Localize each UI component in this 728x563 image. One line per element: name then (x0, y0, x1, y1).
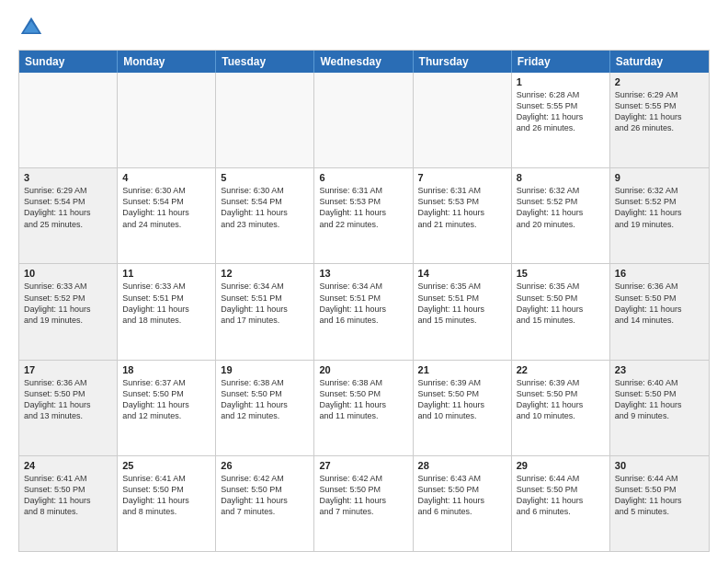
calendar-cell: 2Sunrise: 6:29 AM Sunset: 5:55 PM Daylig… (610, 73, 709, 167)
day-info: Sunrise: 6:34 AM Sunset: 5:51 PM Dayligh… (221, 281, 309, 326)
day-number: 2 (615, 76, 704, 87)
calendar-cell: 12Sunrise: 6:34 AM Sunset: 5:51 PM Dayli… (216, 264, 314, 359)
day-number: 18 (122, 364, 210, 375)
calendar-cell (118, 73, 216, 167)
day-info: Sunrise: 6:30 AM Sunset: 5:54 PM Dayligh… (122, 185, 210, 230)
day-number: 21 (418, 364, 506, 375)
calendar-cell: 20Sunrise: 6:38 AM Sunset: 5:50 PM Dayli… (314, 361, 413, 455)
calendar-row: 3Sunrise: 6:29 AM Sunset: 5:54 PM Daylig… (19, 167, 709, 263)
weekday-header: Friday (512, 51, 610, 73)
day-info: Sunrise: 6:38 AM Sunset: 5:50 PM Dayligh… (319, 377, 407, 422)
day-info: Sunrise: 6:41 AM Sunset: 5:50 PM Dayligh… (122, 473, 210, 518)
day-number: 4 (122, 172, 210, 183)
calendar-cell: 14Sunrise: 6:35 AM Sunset: 5:51 PM Dayli… (414, 264, 512, 359)
calendar-cell: 29Sunrise: 6:44 AM Sunset: 5:50 PM Dayli… (512, 456, 610, 551)
logo-icon (18, 15, 44, 40)
day-number: 10 (24, 268, 112, 279)
day-info: Sunrise: 6:40 AM Sunset: 5:50 PM Dayligh… (615, 377, 704, 422)
calendar-cell: 13Sunrise: 6:34 AM Sunset: 5:51 PM Dayli… (314, 264, 413, 359)
day-number: 16 (615, 268, 704, 279)
calendar-cell: 23Sunrise: 6:40 AM Sunset: 5:50 PM Dayli… (610, 361, 709, 455)
day-info: Sunrise: 6:41 AM Sunset: 5:50 PM Dayligh… (24, 473, 112, 518)
calendar-cell: 21Sunrise: 6:39 AM Sunset: 5:50 PM Dayli… (414, 361, 512, 455)
calendar-cell: 26Sunrise: 6:42 AM Sunset: 5:50 PM Dayli… (216, 456, 314, 551)
weekday-header: Tuesday (216, 51, 314, 73)
day-number: 29 (517, 460, 605, 471)
calendar-cell: 8Sunrise: 6:32 AM Sunset: 5:52 PM Daylig… (512, 168, 610, 263)
weekday-header: Monday (118, 51, 216, 73)
day-number: 28 (418, 460, 506, 471)
header (18, 15, 710, 40)
day-number: 9 (615, 172, 704, 183)
day-info: Sunrise: 6:37 AM Sunset: 5:50 PM Dayligh… (122, 377, 210, 422)
calendar-cell: 28Sunrise: 6:43 AM Sunset: 5:50 PM Dayli… (414, 456, 512, 551)
weekday-header: Saturday (610, 51, 709, 73)
day-info: Sunrise: 6:35 AM Sunset: 5:50 PM Dayligh… (517, 281, 605, 326)
calendar-cell: 25Sunrise: 6:41 AM Sunset: 5:50 PM Dayli… (118, 456, 216, 551)
calendar-cell: 22Sunrise: 6:39 AM Sunset: 5:50 PM Dayli… (512, 361, 610, 455)
calendar: SundayMondayTuesdayWednesdayThursdayFrid… (18, 50, 710, 552)
calendar-cell: 9Sunrise: 6:32 AM Sunset: 5:52 PM Daylig… (610, 168, 709, 263)
day-info: Sunrise: 6:43 AM Sunset: 5:50 PM Dayligh… (418, 473, 506, 518)
day-number: 27 (319, 460, 407, 471)
day-number: 14 (418, 268, 506, 279)
calendar-header: SundayMondayTuesdayWednesdayThursdayFrid… (19, 51, 709, 73)
day-info: Sunrise: 6:34 AM Sunset: 5:51 PM Dayligh… (319, 281, 407, 326)
calendar-cell: 1Sunrise: 6:28 AM Sunset: 5:55 PM Daylig… (512, 73, 610, 167)
day-info: Sunrise: 6:39 AM Sunset: 5:50 PM Dayligh… (418, 377, 506, 422)
calendar-cell: 27Sunrise: 6:42 AM Sunset: 5:50 PM Dayli… (314, 456, 413, 551)
calendar-cell: 10Sunrise: 6:33 AM Sunset: 5:52 PM Dayli… (19, 264, 118, 359)
calendar-cell: 5Sunrise: 6:30 AM Sunset: 5:54 PM Daylig… (216, 168, 314, 263)
day-number: 19 (221, 364, 309, 375)
calendar-cell: 16Sunrise: 6:36 AM Sunset: 5:50 PM Dayli… (610, 264, 709, 359)
calendar-cell: 11Sunrise: 6:33 AM Sunset: 5:51 PM Dayli… (118, 264, 216, 359)
calendar-cell (314, 73, 413, 167)
day-info: Sunrise: 6:42 AM Sunset: 5:50 PM Dayligh… (319, 473, 407, 518)
day-number: 17 (24, 364, 112, 375)
day-number: 13 (319, 268, 407, 279)
calendar-cell: 18Sunrise: 6:37 AM Sunset: 5:50 PM Dayli… (118, 361, 216, 455)
day-info: Sunrise: 6:36 AM Sunset: 5:50 PM Dayligh… (24, 377, 112, 422)
day-info: Sunrise: 6:35 AM Sunset: 5:51 PM Dayligh… (418, 281, 506, 326)
page: SundayMondayTuesdayWednesdayThursdayFrid… (0, 0, 728, 563)
day-info: Sunrise: 6:44 AM Sunset: 5:50 PM Dayligh… (615, 473, 704, 518)
weekday-header: Thursday (414, 51, 512, 73)
day-info: Sunrise: 6:44 AM Sunset: 5:50 PM Dayligh… (517, 473, 605, 518)
calendar-row: 1Sunrise: 6:28 AM Sunset: 5:55 PM Daylig… (19, 73, 709, 167)
day-info: Sunrise: 6:30 AM Sunset: 5:54 PM Dayligh… (221, 185, 309, 230)
day-info: Sunrise: 6:38 AM Sunset: 5:50 PM Dayligh… (221, 377, 309, 422)
day-number: 12 (221, 268, 309, 279)
day-info: Sunrise: 6:29 AM Sunset: 5:55 PM Dayligh… (615, 89, 704, 134)
day-number: 22 (517, 364, 605, 375)
day-number: 3 (24, 172, 112, 183)
calendar-cell: 4Sunrise: 6:30 AM Sunset: 5:54 PM Daylig… (118, 168, 216, 263)
calendar-row: 10Sunrise: 6:33 AM Sunset: 5:52 PM Dayli… (19, 263, 709, 359)
day-info: Sunrise: 6:32 AM Sunset: 5:52 PM Dayligh… (615, 185, 704, 230)
day-number: 23 (615, 364, 704, 375)
day-number: 20 (319, 364, 407, 375)
calendar-row: 24Sunrise: 6:41 AM Sunset: 5:50 PM Dayli… (19, 455, 709, 551)
calendar-cell (19, 73, 118, 167)
day-info: Sunrise: 6:36 AM Sunset: 5:50 PM Dayligh… (615, 281, 704, 326)
day-info: Sunrise: 6:33 AM Sunset: 5:52 PM Dayligh… (24, 281, 112, 326)
day-number: 5 (221, 172, 309, 183)
weekday-header: Sunday (19, 51, 118, 73)
calendar-cell: 19Sunrise: 6:38 AM Sunset: 5:50 PM Dayli… (216, 361, 314, 455)
day-number: 11 (122, 268, 210, 279)
day-number: 25 (122, 460, 210, 471)
day-number: 26 (221, 460, 309, 471)
day-info: Sunrise: 6:32 AM Sunset: 5:52 PM Dayligh… (517, 185, 605, 230)
calendar-body: 1Sunrise: 6:28 AM Sunset: 5:55 PM Daylig… (19, 73, 709, 551)
calendar-cell: 3Sunrise: 6:29 AM Sunset: 5:54 PM Daylig… (19, 168, 118, 263)
day-number: 8 (517, 172, 605, 183)
calendar-cell: 6Sunrise: 6:31 AM Sunset: 5:53 PM Daylig… (314, 168, 413, 263)
day-number: 24 (24, 460, 112, 471)
calendar-cell: 24Sunrise: 6:41 AM Sunset: 5:50 PM Dayli… (19, 456, 118, 551)
weekday-header: Wednesday (314, 51, 413, 73)
day-info: Sunrise: 6:31 AM Sunset: 5:53 PM Dayligh… (319, 185, 407, 230)
day-info: Sunrise: 6:28 AM Sunset: 5:55 PM Dayligh… (517, 89, 605, 134)
logo (18, 15, 48, 40)
calendar-cell (414, 73, 512, 167)
day-info: Sunrise: 6:42 AM Sunset: 5:50 PM Dayligh… (221, 473, 309, 518)
calendar-cell: 17Sunrise: 6:36 AM Sunset: 5:50 PM Dayli… (19, 361, 118, 455)
